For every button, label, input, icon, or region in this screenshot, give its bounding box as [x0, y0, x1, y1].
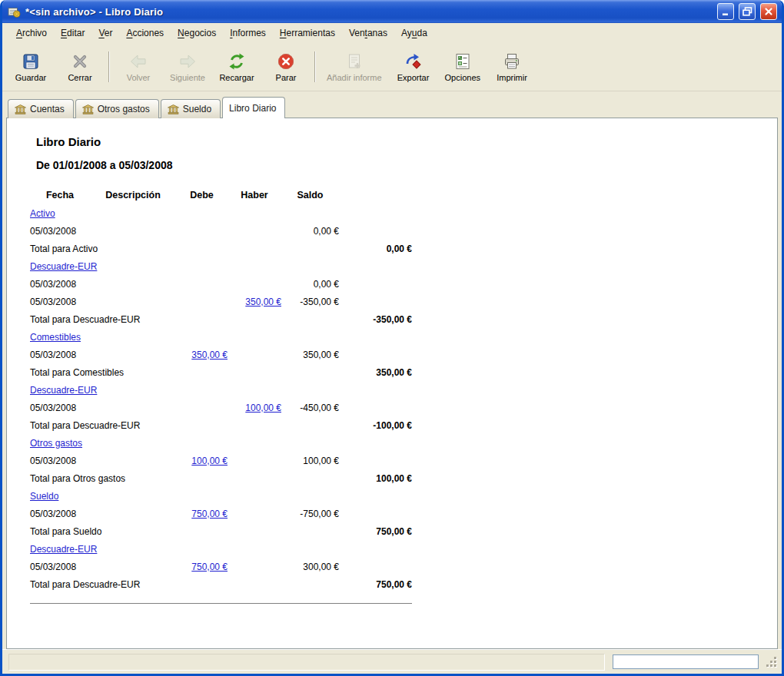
tab-sueldo[interactable]: Sueldo [161, 99, 221, 118]
toolbar-button-label: Recargar [219, 73, 254, 82]
account-link-comestibles[interactable]: Comestibles [30, 332, 412, 343]
toolbar-recargar-button[interactable]: Recargar [213, 47, 261, 87]
report-table-body: Activo05/03/20080,00 €Total para Activo0… [30, 204, 762, 593]
back-icon [129, 52, 148, 71]
tab-label: Cuentas [30, 104, 65, 114]
report-row-total: Total para Otros gastos100,00 € [30, 469, 762, 487]
entry-date: 05/03/2008 [30, 279, 90, 290]
entry-haber-link[interactable]: 100,00 € [245, 403, 281, 413]
entry-date: 05/03/2008 [30, 350, 90, 360]
tab-label: Sueldo [183, 104, 211, 114]
toolbar-exportar-button[interactable]: Exportar [390, 47, 437, 87]
app-window: *<sin archivo> - Libro Diario ArchivoEdi… [0, 0, 784, 676]
entry-debe-link[interactable]: 100,00 € [191, 456, 228, 466]
entry-date: 05/03/2008 [30, 456, 90, 466]
entry-saldo: -350,00 € [281, 297, 339, 307]
toolbar-imprimir-button[interactable]: Imprimir [488, 47, 536, 87]
restore-button[interactable] [739, 3, 756, 20]
total-amount: -350,00 € [339, 314, 412, 325]
total-label: Total para Otros gastos [30, 473, 339, 484]
entry-date: 05/03/2008 [30, 297, 90, 307]
menu-ventanas[interactable]: Ventanas [343, 25, 394, 41]
account-link-otros-gastos[interactable]: Otros gastos [30, 438, 412, 449]
add-report-icon [345, 52, 364, 71]
report-row-entry: 05/03/2008100,00 €-450,00 € [30, 399, 762, 416]
menu-archivo[interactable]: Archivo [10, 25, 53, 41]
toolbar-guardar-button[interactable]: Guardar [7, 47, 55, 87]
toolbar-button-label: Parar [276, 73, 297, 82]
report-row-entry: 05/03/20080,00 € [30, 275, 762, 293]
report-row-account: Sueldo [30, 487, 762, 505]
column-header-saldo: Saldo [281, 190, 339, 200]
report-row-total: Total para Sueldo750,00 € [30, 522, 762, 540]
toolbar-separator [108, 51, 110, 82]
export-icon [404, 52, 423, 71]
resize-grip[interactable] [766, 657, 777, 668]
account-link-descuadre-eur[interactable]: Descuadre-EUR [30, 544, 412, 555]
toolbar: GuardarCerrarVolverSiguienteRecargarPara… [2, 43, 782, 91]
menu-negocios[interactable]: Negocios [171, 25, 222, 41]
save-icon [22, 52, 40, 71]
notebook: CuentasOtros gastosSueldoLibro Diario Li… [2, 91, 782, 649]
entry-saldo: 350,00 € [281, 350, 339, 360]
report-row-entry: 05/03/20080,00 € [30, 222, 762, 240]
entry-debe-link[interactable]: 750,00 € [191, 509, 228, 519]
menu-informes[interactable]: Informes [224, 25, 272, 41]
toolbar-button-label: Guardar [15, 73, 46, 82]
entry-haber-link[interactable]: 350,00 € [245, 297, 281, 307]
window-title: *<sin archivo> - Libro Diario [25, 6, 713, 18]
account-link-descuadre-eur[interactable]: Descuadre-EUR [30, 261, 412, 272]
total-amount: 750,00 € [339, 579, 412, 590]
column-header-descripcion: Descripción [90, 190, 176, 200]
statusbar-message [8, 654, 605, 671]
tab-otros-gastos[interactable]: Otros gastos [75, 99, 159, 118]
toolbar-opciones-button[interactable]: Opciones [439, 47, 487, 87]
entry-saldo: 100,00 € [281, 456, 339, 466]
menu-ayuda[interactable]: Ayuda [395, 25, 434, 41]
toolbar-parar-button[interactable]: Parar [262, 47, 310, 87]
total-amount: 100,00 € [339, 473, 412, 484]
menu-acciones[interactable]: Acciones [120, 25, 170, 41]
menu-ver[interactable]: Ver [92, 25, 118, 41]
report-row-account: Activo [30, 204, 762, 222]
toolbar-button-label: Siguiente [170, 73, 205, 82]
entry-saldo: -450,00 € [281, 403, 339, 413]
tab-libro-diario[interactable]: Libro Diario [222, 97, 285, 118]
entry-haber-cell: 100,00 € [228, 403, 281, 413]
close-button[interactable] [760, 3, 777, 20]
report-title: Libro Diario [36, 135, 762, 148]
entry-date: 05/03/2008 [30, 226, 90, 237]
entry-debe-cell: 350,00 € [176, 350, 228, 360]
account-link-activo[interactable]: Activo [30, 208, 412, 219]
report-row-total: Total para Descuadre-EUR-100,00 € [30, 416, 762, 434]
tab-cuentas[interactable]: Cuentas [8, 99, 74, 118]
entry-date: 05/03/2008 [30, 562, 90, 572]
toolbar-button-label: Exportar [397, 73, 430, 82]
titlebar[interactable]: *<sin archivo> - Libro Diario [2, 0, 782, 23]
minimize-button[interactable] [717, 3, 734, 20]
account-link-descuadre-eur[interactable]: Descuadre-EUR [30, 385, 412, 396]
total-amount: -100,00 € [339, 420, 412, 431]
total-amount: 750,00 € [339, 526, 412, 537]
entry-date: 05/03/2008 [30, 403, 90, 413]
total-label: Total para Activo [30, 244, 339, 254]
report-row-total: Total para Descuadre-EUR-350,00 € [30, 310, 762, 328]
close-file-icon [71, 52, 89, 71]
entry-saldo: -750,00 € [281, 509, 339, 519]
toolbar-button-label: Imprimir [497, 73, 527, 82]
entry-debe-link[interactable]: 350,00 € [191, 350, 228, 360]
toolbar-volver-button: Volver [115, 47, 162, 87]
report-row-account: Comestibles [30, 328, 762, 346]
menu-herramientas[interactable]: Herramientas [274, 25, 341, 41]
report-row-account: Descuadre-EUR [30, 257, 762, 275]
report-row-account: Descuadre-EUR [30, 540, 762, 558]
reload-icon [228, 52, 246, 71]
total-label: Total para Comestibles [30, 367, 339, 378]
account-link-sueldo[interactable]: Sueldo [30, 491, 412, 502]
entry-debe-cell: 750,00 € [176, 562, 228, 572]
entry-debe-link[interactable]: 750,00 € [191, 562, 228, 572]
toolbar-cerrar-button[interactable]: Cerrar [56, 47, 104, 87]
menu-editar[interactable]: Editar [55, 25, 91, 41]
report-view: Libro Diario De 01/01/2008 a 05/03/2008 … [6, 118, 778, 649]
total-label: Total para Descuadre-EUR [30, 420, 339, 431]
